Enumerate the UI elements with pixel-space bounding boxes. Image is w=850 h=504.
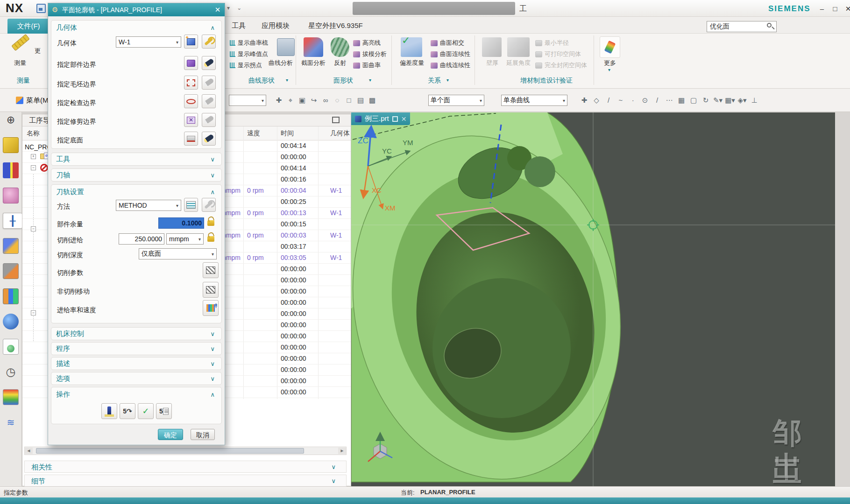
quick-access-dropdown-icon[interactable]: ▾ ⌄ [227, 5, 244, 11]
column-geometry[interactable]: 几何体 [330, 129, 350, 138]
cube-icon[interactable]: ▩ [367, 95, 377, 105]
ribbon-item[interactable]: 高亮线 [353, 37, 387, 49]
cut-params-button[interactable] [203, 262, 219, 278]
display-trim-boundary-button[interactable] [202, 113, 216, 127]
noncut-moves-button[interactable] [203, 282, 219, 298]
cancel-button[interactable]: 取消 [191, 429, 215, 440]
section-geometry[interactable]: 几何体 [56, 23, 77, 32]
reorder-icon[interactable]: ↪ [309, 95, 319, 105]
graphics-viewport[interactable]: ZC YC YM XC XM [351, 112, 835, 486]
ribbon-item[interactable]: 曲面连续性 [431, 49, 470, 60]
group-dropdown-icon[interactable]: ▾ [369, 77, 371, 83]
pocket-notch[interactable] [524, 156, 555, 187]
generate-toolpath-button[interactable] [101, 403, 117, 419]
rect-select-icon[interactable]: □ [344, 95, 354, 105]
curve-analysis-icon[interactable] [277, 38, 295, 56]
line-icon[interactable]: / [603, 95, 614, 105]
scrollbar-thumb[interactable] [36, 448, 304, 454]
ribbon-item[interactable]: 拔模分析 [353, 49, 387, 60]
lasso-icon[interactable]: ◌ [332, 95, 342, 105]
constraint-icon[interactable]: ◇ [591, 95, 602, 105]
expand-icon[interactable]: ∨ [210, 360, 215, 367]
viewport-canvas[interactable]: ZC YC YM XC XM [351, 112, 835, 486]
face-scope-combo[interactable]: 单个面 ▾ [428, 95, 484, 106]
chevron-down-icon[interactable]: ∨ [331, 475, 336, 487]
window-icon[interactable]: ▢ [688, 95, 699, 105]
expand-icon[interactable]: ∨ [210, 345, 215, 352]
expand-icon[interactable]: ∨ [210, 375, 215, 382]
viewcube-menu-icon[interactable]: ◈▾ [737, 95, 747, 105]
geometry-combo[interactable]: W-1 ▾ [116, 36, 181, 48]
ribbon-item[interactable]: 显示峰值点 [230, 49, 268, 60]
collapse-icon[interactable]: ∧ [210, 189, 215, 196]
table-menu-icon[interactable]: ▦▾ [725, 95, 735, 105]
deviation-gauge-button[interactable]: 偏差度量 [397, 59, 426, 67]
circle-icon[interactable]: ⊙ [640, 95, 650, 105]
description-group[interactable]: 描述 ∨ [51, 357, 222, 370]
hd3d-tools-icon[interactable] [3, 339, 19, 355]
assembly-navigator-icon[interactable] [3, 137, 19, 153]
ok-button[interactable]: 确定 [158, 429, 183, 440]
measure-icon[interactable] [11, 34, 30, 51]
section-analysis-icon[interactable] [304, 37, 323, 57]
sketch-menu-icon[interactable]: ✎▾ [713, 95, 723, 105]
search-icon[interactable] [766, 22, 774, 30]
reflection-icon[interactable] [331, 37, 349, 57]
display-blank-boundary-button[interactable] [202, 76, 216, 90]
web-browser-icon[interactable] [3, 314, 19, 329]
select-trim-boundary-button[interactable]: ✕ [184, 113, 198, 127]
select-part-boundary-button[interactable] [184, 56, 198, 70]
panel-maximize-icon[interactable] [332, 117, 340, 123]
curve-analysis-button[interactable]: 曲线分析 [264, 59, 297, 67]
column-time[interactable]: 时间 [281, 129, 294, 138]
selection-filter-icon[interactable]: ▣ [297, 95, 307, 105]
pin-icon[interactable] [392, 116, 398, 122]
image-icon[interactable]: ▦ [676, 95, 687, 105]
scroll-left-icon[interactable]: ◄ [25, 448, 33, 454]
expand-icon[interactable]: ∨ [210, 156, 215, 163]
tab-file[interactable]: 文件(F) [7, 19, 50, 34]
constraint-navigator-icon[interactable] [3, 162, 19, 178]
group-dropdown-icon[interactable]: ▾ [446, 77, 449, 83]
padlock-icon[interactable] [207, 220, 214, 226]
orient-icon[interactable]: ⊥ [749, 95, 759, 105]
scroll-right-icon[interactable]: ► [338, 448, 346, 454]
tree-expander-icon[interactable]: − [31, 310, 36, 315]
ellipsis-icon[interactable]: ⋯ [664, 95, 674, 105]
cut-feed-input[interactable] [119, 233, 164, 245]
edit-geometry-button[interactable] [202, 35, 216, 49]
display-part-boundary-button[interactable] [202, 56, 216, 70]
collapse-icon[interactable]: ∧ [210, 391, 215, 398]
move-icon[interactable]: ✚ [274, 95, 284, 105]
new-geometry-button[interactable] [184, 35, 198, 49]
reflection-button[interactable]: 反射 [329, 59, 351, 67]
system-scenes-icon[interactable]: ≋ [3, 414, 19, 430]
curve-scope-combo[interactable]: 单条曲线 ▾ [501, 95, 567, 106]
operation-navigator-icon[interactable]: ╂ [3, 213, 22, 229]
padlock-icon[interactable] [207, 236, 214, 242]
edit-method-button[interactable] [202, 198, 216, 212]
ribbon-item[interactable]: 显示曲率梳 [230, 37, 268, 49]
shaded-icon[interactable]: ▤ [355, 95, 366, 105]
select-blank-boundary-button[interactable] [184, 76, 198, 90]
tree-expander-icon[interactable]: + [31, 154, 36, 159]
group-dropdown-icon[interactable]: ▾ [286, 77, 288, 83]
plus-icon[interactable]: ✚ [579, 95, 589, 105]
feed-unit-combo[interactable]: mmpm ▾ [166, 233, 204, 245]
new-method-button[interactable] [184, 198, 198, 212]
refresh-icon[interactable]: ↻ [701, 95, 711, 105]
roles-icon[interactable] [3, 389, 19, 405]
ribbon-item[interactable]: 面曲率 [353, 60, 387, 71]
display-floor-button[interactable] [202, 132, 216, 146]
ribbon-item[interactable]: 曲线连续性 [431, 60, 470, 71]
slash-icon[interactable]: / [652, 95, 662, 105]
ribbon-item[interactable]: 曲面相交 [431, 37, 470, 49]
history-icon[interactable]: ◷ [3, 364, 19, 380]
details-section[interactable]: 细节 ∨ [24, 475, 347, 487]
more-label[interactable]: 更多 [602, 59, 617, 67]
measure-button[interactable]: 测量 [8, 59, 32, 67]
measure-more-partial[interactable]: 更 [35, 47, 41, 55]
more-button[interactable] [600, 36, 620, 58]
link-icon[interactable]: ∞ [320, 95, 331, 105]
options-group[interactable]: 选项 ∨ [51, 372, 222, 385]
